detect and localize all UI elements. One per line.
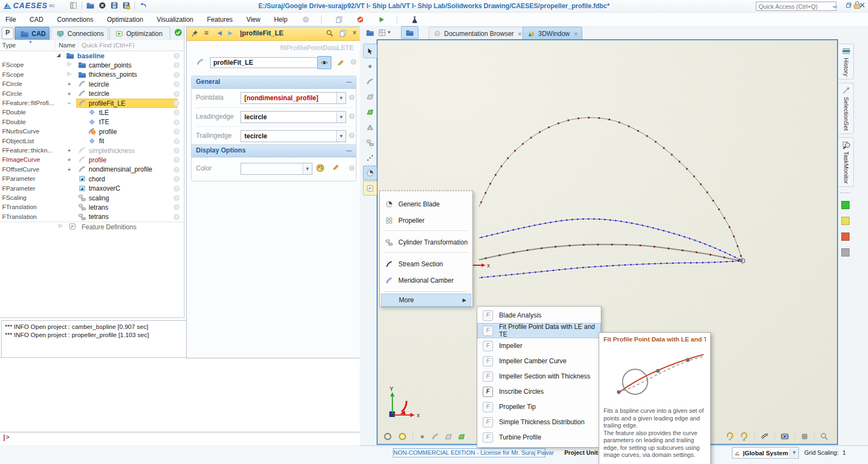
tree-row-chord[interactable]: FParameterchord? xyxy=(0,174,184,184)
panel-toggle-icon[interactable] xyxy=(70,2,77,9)
transformation-tool[interactable] xyxy=(363,135,377,150)
submenu-item-impeller-section-with-thickness[interactable]: FImpeller Section with Thickness xyxy=(477,369,601,384)
grid-toggle-button[interactable] xyxy=(801,432,809,441)
back-icon[interactable]: ◀ xyxy=(217,29,221,36)
save-icon[interactable] xyxy=(110,2,118,9)
submenu-item-turbine-profile[interactable]: FTurbine Profile xyxy=(477,430,601,445)
lower-profile-curve[interactable] xyxy=(479,261,743,278)
tree-row-tTE[interactable]: FDoubletTE? xyxy=(0,118,184,127)
palette-icon[interactable] xyxy=(316,163,325,173)
toggle-highlight-button[interactable] xyxy=(398,432,407,441)
sidebar-tab-taskmonitor[interactable]: TaskMonitor xyxy=(839,137,854,187)
select-tool[interactable] xyxy=(363,44,377,58)
tree-row-tecircle[interactable]: FCircle+tecircle? xyxy=(0,89,184,99)
help-icon[interactable]: ? xyxy=(174,109,180,115)
help-icon[interactable]: ? xyxy=(174,204,180,210)
expander-closed-icon[interactable]: ▷ xyxy=(67,61,71,66)
tree-row-camber_points[interactable]: FScope▷camber_points? xyxy=(0,60,184,70)
close-project-icon[interactable] xyxy=(99,2,106,9)
section-header[interactable]: Display Options ... xyxy=(192,145,356,157)
rotate-minus-z-button[interactable]: -Z xyxy=(740,432,749,441)
section-menu-icon[interactable]: ... xyxy=(346,145,352,153)
tree-row-fit[interactable]: FObjectListfit? xyxy=(0,137,184,146)
upper-profile-curve[interactable] xyxy=(479,219,743,261)
tree-row-scaling[interactable]: FScalingscaling? xyxy=(0,193,184,203)
tree-row-profileFit_LE[interactable]: FFeature::fitProfi...−profileFit_LE? xyxy=(0,99,184,108)
p-menu-button[interactable]: P xyxy=(2,27,14,39)
help-icon[interactable]: ? xyxy=(350,58,357,65)
list-icon[interactable]: ≡ xyxy=(204,28,208,37)
object-name-input[interactable] xyxy=(210,57,319,68)
help-icon[interactable]: ? xyxy=(174,186,180,192)
help-icon[interactable]: ? xyxy=(174,100,180,106)
submenu-item-simple-thickness-distribution[interactable]: FSimple Thickness Distribution xyxy=(477,414,601,430)
duplicate-icon[interactable] xyxy=(339,29,347,37)
help-icon[interactable]: ? xyxy=(174,148,180,154)
tab-cad[interactable]: CAD xyxy=(15,27,50,40)
menu-features[interactable]: Features xyxy=(206,15,233,25)
tree-row-thickness_points[interactable]: FScope▷thickness_points? xyxy=(0,70,184,80)
menu-file[interactable]: File xyxy=(4,15,17,25)
point-set-tool[interactable] xyxy=(363,150,377,165)
help-icon[interactable]: ? xyxy=(174,53,180,59)
pointdata-dropdown[interactable]: [nondimensinal_profile] ▼ xyxy=(241,92,346,104)
submenu-item-impeller-camber-curve[interactable]: FImpeller Camber Curve xyxy=(477,353,601,369)
expander-closed-icon[interactable]: ▷ xyxy=(67,71,71,76)
show-tree-button[interactable] xyxy=(401,26,418,39)
help-icon[interactable]: ? xyxy=(348,113,355,120)
curve-tool[interactable] xyxy=(363,74,377,89)
pin-icon[interactable] xyxy=(191,29,199,37)
tab-close-icon[interactable]: × xyxy=(518,30,521,37)
menu-connections[interactable]: Connections xyxy=(56,15,95,25)
menu-optimization[interactable]: Optimization xyxy=(106,15,144,25)
trailingedge-dropdown[interactable]: tecircle ▼ xyxy=(241,130,346,142)
section-header[interactable]: General ... xyxy=(192,76,356,89)
expander-plus-icon[interactable]: + xyxy=(67,147,71,154)
layout-selector[interactable]: ▼ xyxy=(378,29,391,36)
tree-row-Feature Definitions[interactable]: ▷FFeature Definitions xyxy=(0,222,184,231)
help-icon[interactable]: ? xyxy=(348,94,355,101)
point-tool[interactable] xyxy=(363,59,377,74)
rotate-minus-y-button[interactable]: -Y xyxy=(726,432,735,441)
help-icon[interactable]: ? xyxy=(348,164,355,172)
chevron-down-icon[interactable]: ▼ xyxy=(336,93,346,103)
undo-icon[interactable] xyxy=(139,2,147,9)
chevron-down-icon[interactable]: ▼ xyxy=(790,448,798,457)
expander-plus-icon[interactable]: + xyxy=(67,156,71,163)
sketch-mode-button[interactable] xyxy=(760,432,769,441)
upper-arc-curve[interactable] xyxy=(479,118,743,261)
expander-closed-icon[interactable]: ▷ xyxy=(59,223,63,228)
tab-3dwindow[interactable]: 3DWindow× xyxy=(522,27,582,40)
tree-row-profile[interactable]: FImageCurve+profile? xyxy=(0,155,184,164)
tab-connections[interactable]: Connections xyxy=(51,27,108,40)
tab-documentation-browser[interactable]: ?Documentation Browser× xyxy=(429,27,527,40)
menu-view[interactable]: View xyxy=(245,15,262,25)
blade-tool[interactable] xyxy=(363,166,377,180)
submenu-item-blade-analysis[interactable]: FBlade Analysis xyxy=(477,308,601,323)
help-icon[interactable]: ? xyxy=(348,132,355,139)
sidebar-tab-selectionset[interactable]: SelectionSet xyxy=(839,83,854,134)
help-icon[interactable]: ? xyxy=(174,167,180,173)
help-icon[interactable]: ? xyxy=(174,72,180,78)
open-project-icon[interactable] xyxy=(87,2,94,9)
leadingedge-dropdown[interactable]: lecircle ▼ xyxy=(241,111,346,123)
minimize-button[interactable] xyxy=(832,2,839,9)
menu-item-generic-blade[interactable]: Generic Blade xyxy=(381,198,471,211)
close-icon[interactable]: × xyxy=(353,29,356,36)
zoom-button[interactable] xyxy=(820,432,828,441)
point-display-button[interactable] xyxy=(418,433,426,441)
quick-find-field[interactable]: Quick Find (Ctrl+F) xyxy=(82,42,134,48)
help-icon[interactable]: ? xyxy=(174,176,180,182)
chevron-down-icon[interactable]: ▼ xyxy=(387,30,391,35)
color-dropdown[interactable]: ▼ xyxy=(241,163,312,175)
run-icon[interactable] xyxy=(378,16,385,23)
brep-tool[interactable] xyxy=(363,120,377,135)
tree-row-tetrans[interactable]: FTranslationtetrans? xyxy=(0,212,184,222)
expander-open-icon[interactable] xyxy=(57,53,60,57)
copy-icon[interactable] xyxy=(335,16,343,23)
record-icon[interactable] xyxy=(356,16,364,23)
expander-plus-icon[interactable]: + xyxy=(67,166,71,173)
coordinate-system-dropdown[interactable]: |Global System ▼ xyxy=(732,447,799,459)
surface-tool[interactable] xyxy=(363,89,377,104)
pencil-icon[interactable] xyxy=(332,163,340,171)
